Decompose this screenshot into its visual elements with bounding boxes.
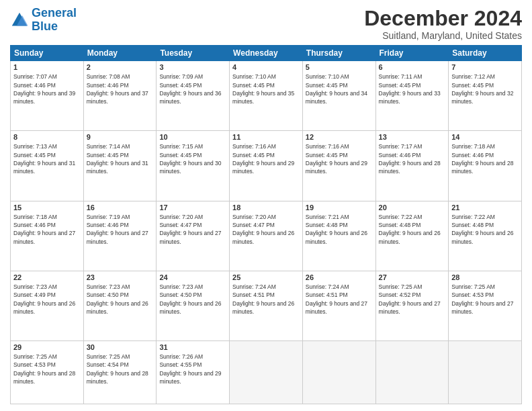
day-info: Sunrise: 7:21 AM Sunset: 4:48 PM Dayligh… [306, 213, 373, 246]
calendar-cell: 8Sunrise: 7:13 AM Sunset: 4:45 PM Daylig… [11, 131, 84, 201]
header: General Blue December 2024 Suitland, Mar… [10, 7, 522, 41]
calendar-cell: 10Sunrise: 7:15 AM Sunset: 4:45 PM Dayli… [157, 131, 230, 201]
calendar-cell: 29Sunrise: 7:25 AM Sunset: 4:53 PM Dayli… [11, 341, 84, 404]
day-number: 14 [451, 133, 519, 141]
calendar-subtitle: Suitland, Maryland, United States [364, 30, 522, 41]
weekday-header-saturday: Saturday [449, 46, 522, 61]
calendar-cell: 9Sunrise: 7:14 AM Sunset: 4:45 PM Daylig… [83, 131, 157, 201]
day-info: Sunrise: 7:24 AM Sunset: 4:51 PM Dayligh… [306, 283, 373, 316]
calendar-cell: 18Sunrise: 7:20 AM Sunset: 4:47 PM Dayli… [230, 201, 303, 271]
weekday-header-monday: Monday [83, 46, 157, 61]
logo: General Blue [10, 7, 77, 34]
weekday-header-row: SundayMondayTuesdayWednesdayThursdayFrid… [11, 46, 522, 61]
calendar-cell: 21Sunrise: 7:22 AM Sunset: 4:48 PM Dayli… [449, 201, 522, 271]
calendar-cell: 20Sunrise: 7:22 AM Sunset: 4:48 PM Dayli… [375, 201, 449, 271]
logo-icon [10, 11, 29, 30]
day-number: 4 [232, 63, 300, 71]
calendar-cell: 26Sunrise: 7:24 AM Sunset: 4:51 PM Dayli… [302, 271, 375, 340]
day-number: 17 [159, 203, 226, 212]
week-row-3: 15Sunrise: 7:18 AM Sunset: 4:46 PM Dayli… [11, 201, 522, 271]
calendar-cell: 22Sunrise: 7:23 AM Sunset: 4:49 PM Dayli… [11, 271, 84, 340]
day-number: 16 [87, 203, 154, 212]
day-number: 20 [379, 203, 446, 212]
day-info: Sunrise: 7:09 AM Sunset: 4:45 PM Dayligh… [159, 73, 226, 105]
day-number: 7 [451, 63, 519, 71]
day-info: Sunrise: 7:25 AM Sunset: 4:53 PM Dayligh… [451, 283, 519, 316]
logo-text: General Blue [32, 7, 77, 34]
calendar-cell: 3Sunrise: 7:09 AM Sunset: 4:45 PM Daylig… [157, 61, 230, 131]
weekday-header-thursday: Thursday [302, 46, 375, 61]
day-info: Sunrise: 7:19 AM Sunset: 4:46 PM Dayligh… [87, 213, 154, 246]
day-info: Sunrise: 7:20 AM Sunset: 4:47 PM Dayligh… [159, 213, 226, 246]
day-number: 12 [306, 133, 373, 141]
calendar-cell [230, 341, 303, 404]
week-row-1: 1Sunrise: 7:07 AM Sunset: 4:46 PM Daylig… [11, 61, 522, 131]
day-info: Sunrise: 7:18 AM Sunset: 4:46 PM Dayligh… [13, 213, 81, 246]
calendar-cell: 11Sunrise: 7:16 AM Sunset: 4:45 PM Dayli… [230, 131, 303, 201]
calendar-cell: 31Sunrise: 7:26 AM Sunset: 4:55 PM Dayli… [157, 341, 230, 404]
day-number: 8 [13, 133, 81, 141]
day-number: 1 [13, 63, 81, 71]
calendar-cell: 13Sunrise: 7:17 AM Sunset: 4:46 PM Dayli… [375, 131, 449, 201]
weekday-header-tuesday: Tuesday [157, 46, 230, 61]
day-number: 2 [87, 63, 154, 71]
day-info: Sunrise: 7:18 AM Sunset: 4:46 PM Dayligh… [451, 142, 519, 175]
weekday-header-sunday: Sunday [11, 46, 84, 61]
day-info: Sunrise: 7:11 AM Sunset: 4:45 PM Dayligh… [379, 73, 446, 105]
calendar-cell: 16Sunrise: 7:19 AM Sunset: 4:46 PM Dayli… [83, 201, 157, 271]
calendar-cell: 19Sunrise: 7:21 AM Sunset: 4:48 PM Dayli… [302, 201, 375, 271]
day-number: 6 [379, 63, 446, 71]
day-info: Sunrise: 7:07 AM Sunset: 4:46 PM Dayligh… [13, 73, 81, 105]
day-number: 11 [232, 133, 300, 141]
calendar-table: SundayMondayTuesdayWednesdayThursdayFrid… [10, 45, 522, 404]
calendar-title: December 2024 [364, 7, 522, 30]
day-number: 22 [13, 273, 81, 281]
calendar-cell: 2Sunrise: 7:08 AM Sunset: 4:46 PM Daylig… [83, 61, 157, 131]
day-number: 21 [451, 203, 519, 212]
day-info: Sunrise: 7:23 AM Sunset: 4:50 PM Dayligh… [159, 283, 226, 316]
day-number: 25 [232, 273, 300, 281]
day-number: 15 [13, 203, 81, 212]
calendar-cell: 7Sunrise: 7:12 AM Sunset: 4:45 PM Daylig… [449, 61, 522, 131]
calendar-cell: 17Sunrise: 7:20 AM Sunset: 4:47 PM Dayli… [157, 201, 230, 271]
day-info: Sunrise: 7:22 AM Sunset: 4:48 PM Dayligh… [451, 213, 519, 246]
calendar-cell [375, 341, 449, 404]
day-number: 13 [379, 133, 446, 141]
calendar-cell [302, 341, 375, 404]
calendar-cell: 1Sunrise: 7:07 AM Sunset: 4:46 PM Daylig… [11, 61, 84, 131]
day-number: 23 [87, 273, 154, 281]
day-info: Sunrise: 7:14 AM Sunset: 4:45 PM Dayligh… [87, 142, 154, 175]
day-info: Sunrise: 7:10 AM Sunset: 4:45 PM Dayligh… [306, 73, 373, 105]
day-info: Sunrise: 7:25 AM Sunset: 4:52 PM Dayligh… [379, 283, 446, 316]
week-row-2: 8Sunrise: 7:13 AM Sunset: 4:45 PM Daylig… [11, 131, 522, 201]
week-row-4: 22Sunrise: 7:23 AM Sunset: 4:49 PM Dayli… [11, 271, 522, 340]
day-info: Sunrise: 7:17 AM Sunset: 4:46 PM Dayligh… [379, 142, 446, 175]
day-info: Sunrise: 7:16 AM Sunset: 4:45 PM Dayligh… [232, 142, 300, 175]
day-info: Sunrise: 7:16 AM Sunset: 4:45 PM Dayligh… [306, 142, 373, 175]
calendar-cell: 14Sunrise: 7:18 AM Sunset: 4:46 PM Dayli… [449, 131, 522, 201]
day-info: Sunrise: 7:24 AM Sunset: 4:51 PM Dayligh… [232, 283, 300, 316]
calendar-cell: 5Sunrise: 7:10 AM Sunset: 4:45 PM Daylig… [302, 61, 375, 131]
calendar-cell: 27Sunrise: 7:25 AM Sunset: 4:52 PM Dayli… [375, 271, 449, 340]
calendar-cell: 23Sunrise: 7:23 AM Sunset: 4:50 PM Dayli… [83, 271, 157, 340]
day-number: 30 [87, 343, 154, 351]
title-block: December 2024 Suitland, Maryland, United… [364, 7, 522, 41]
day-info: Sunrise: 7:15 AM Sunset: 4:45 PM Dayligh… [159, 142, 226, 175]
day-number: 29 [13, 343, 81, 351]
day-number: 3 [159, 63, 226, 71]
day-number: 27 [379, 273, 446, 281]
day-number: 5 [306, 63, 373, 71]
calendar-cell: 30Sunrise: 7:25 AM Sunset: 4:54 PM Dayli… [83, 341, 157, 404]
day-info: Sunrise: 7:13 AM Sunset: 4:45 PM Dayligh… [13, 142, 81, 175]
calendar-cell [449, 341, 522, 404]
day-info: Sunrise: 7:08 AM Sunset: 4:46 PM Dayligh… [87, 73, 154, 105]
weekday-header-wednesday: Wednesday [230, 46, 303, 61]
day-info: Sunrise: 7:20 AM Sunset: 4:47 PM Dayligh… [232, 213, 300, 246]
calendar-cell: 4Sunrise: 7:10 AM Sunset: 4:45 PM Daylig… [230, 61, 303, 131]
calendar-cell: 6Sunrise: 7:11 AM Sunset: 4:45 PM Daylig… [375, 61, 449, 131]
day-number: 31 [159, 343, 226, 351]
day-info: Sunrise: 7:10 AM Sunset: 4:45 PM Dayligh… [232, 73, 300, 105]
day-info: Sunrise: 7:23 AM Sunset: 4:49 PM Dayligh… [13, 283, 81, 316]
day-info: Sunrise: 7:25 AM Sunset: 4:54 PM Dayligh… [87, 353, 154, 385]
calendar-cell: 15Sunrise: 7:18 AM Sunset: 4:46 PM Dayli… [11, 201, 84, 271]
